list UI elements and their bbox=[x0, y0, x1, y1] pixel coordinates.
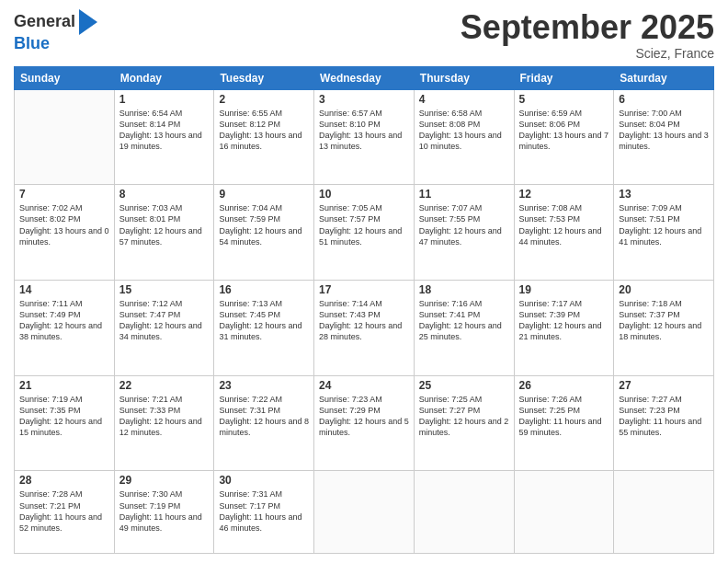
day-number: 5 bbox=[519, 93, 609, 106]
calendar-cell: 28Sunrise: 7:28 AMSunset: 7:21 PMDayligh… bbox=[15, 471, 115, 554]
calendar-cell: 8Sunrise: 7:03 AMSunset: 8:01 PMDaylight… bbox=[114, 185, 214, 281]
col-header-wednesday: Wednesday bbox=[314, 66, 415, 89]
calendar-cell: 29Sunrise: 7:30 AMSunset: 7:19 PMDayligh… bbox=[114, 471, 214, 554]
calendar-cell: 3Sunrise: 6:57 AMSunset: 8:10 PMDaylight… bbox=[314, 89, 415, 185]
cell-info: Sunrise: 7:31 AMSunset: 7:17 PMDaylight:… bbox=[219, 488, 309, 534]
cell-info: Sunrise: 7:04 AMSunset: 7:59 PMDaylight:… bbox=[219, 202, 309, 247]
cell-info: Sunrise: 7:14 AMSunset: 7:43 PMDaylight:… bbox=[319, 298, 409, 343]
cell-info: Sunrise: 7:30 AMSunset: 7:19 PMDaylight:… bbox=[119, 488, 210, 534]
calendar-cell: 5Sunrise: 6:59 AMSunset: 8:06 PMDaylight… bbox=[514, 89, 614, 185]
cell-info: Sunrise: 7:25 AMSunset: 7:27 PMDaylight:… bbox=[419, 394, 509, 439]
col-header-tuesday: Tuesday bbox=[214, 66, 314, 89]
day-number: 17 bbox=[319, 283, 409, 296]
title-area: September 2025 Sciez, France bbox=[461, 9, 714, 61]
cell-info: Sunrise: 7:18 AMSunset: 7:37 PMDaylight:… bbox=[619, 298, 709, 343]
calendar-cell: 21Sunrise: 7:19 AMSunset: 7:35 PMDayligh… bbox=[15, 375, 115, 471]
cell-info: Sunrise: 7:22 AMSunset: 7:31 PMDaylight:… bbox=[219, 394, 309, 439]
calendar-cell: 6Sunrise: 7:00 AMSunset: 8:04 PMDaylight… bbox=[614, 89, 714, 185]
calendar-cell: 27Sunrise: 7:27 AMSunset: 7:23 PMDayligh… bbox=[614, 375, 714, 471]
cell-info: Sunrise: 7:09 AMSunset: 7:51 PMDaylight:… bbox=[619, 202, 709, 247]
cell-info: Sunrise: 7:16 AMSunset: 7:41 PMDaylight:… bbox=[419, 298, 509, 343]
calendar-cell: 9Sunrise: 7:04 AMSunset: 7:59 PMDaylight… bbox=[214, 185, 314, 281]
cell-info: Sunrise: 6:55 AMSunset: 8:12 PMDaylight:… bbox=[219, 108, 309, 153]
calendar-cell: 19Sunrise: 7:17 AMSunset: 7:39 PMDayligh… bbox=[514, 281, 614, 376]
day-number: 19 bbox=[519, 283, 609, 296]
day-number: 1 bbox=[119, 93, 210, 106]
col-header-sunday: Sunday bbox=[15, 66, 115, 89]
day-number: 20 bbox=[619, 283, 709, 296]
cell-info: Sunrise: 7:23 AMSunset: 7:29 PMDaylight:… bbox=[319, 394, 409, 439]
calendar-table: SundayMondayTuesdayWednesdayThursdayFrid… bbox=[14, 66, 714, 554]
cell-info: Sunrise: 7:28 AMSunset: 7:21 PMDaylight:… bbox=[19, 488, 109, 534]
col-header-friday: Friday bbox=[514, 66, 614, 89]
week-row-1: 1Sunrise: 6:54 AMSunset: 8:14 PMDaylight… bbox=[15, 89, 714, 185]
calendar-cell: 30Sunrise: 7:31 AMSunset: 7:17 PMDayligh… bbox=[214, 471, 314, 554]
calendar-cell: 25Sunrise: 7:25 AMSunset: 7:27 PMDayligh… bbox=[414, 375, 514, 471]
day-number: 28 bbox=[19, 474, 109, 487]
calendar-cell: 11Sunrise: 7:07 AMSunset: 7:55 PMDayligh… bbox=[414, 185, 514, 281]
calendar-cell bbox=[314, 471, 415, 554]
cell-info: Sunrise: 6:54 AMSunset: 8:14 PMDaylight:… bbox=[119, 108, 210, 153]
day-number: 29 bbox=[119, 474, 210, 487]
col-header-thursday: Thursday bbox=[414, 66, 514, 89]
day-number: 9 bbox=[219, 188, 309, 201]
day-number: 22 bbox=[119, 379, 210, 392]
calendar-cell: 4Sunrise: 6:58 AMSunset: 8:08 PMDaylight… bbox=[414, 89, 514, 185]
day-number: 4 bbox=[419, 93, 509, 106]
calendar-cell: 22Sunrise: 7:21 AMSunset: 7:33 PMDayligh… bbox=[114, 375, 214, 471]
cell-info: Sunrise: 6:58 AMSunset: 8:08 PMDaylight:… bbox=[419, 108, 509, 153]
day-number: 13 bbox=[619, 188, 709, 201]
calendar-cell: 16Sunrise: 7:13 AMSunset: 7:45 PMDayligh… bbox=[214, 281, 314, 376]
header-row: SundayMondayTuesdayWednesdayThursdayFrid… bbox=[15, 66, 714, 89]
day-number: 6 bbox=[619, 93, 709, 106]
day-number: 7 bbox=[19, 188, 109, 201]
day-number: 10 bbox=[319, 188, 409, 201]
svg-marker-0 bbox=[79, 9, 97, 35]
cell-info: Sunrise: 7:13 AMSunset: 7:45 PMDaylight:… bbox=[219, 298, 309, 343]
day-number: 2 bbox=[219, 93, 309, 106]
calendar-cell bbox=[514, 471, 614, 554]
cell-info: Sunrise: 7:19 AMSunset: 7:35 PMDaylight:… bbox=[19, 394, 109, 439]
calendar-cell: 1Sunrise: 6:54 AMSunset: 8:14 PMDaylight… bbox=[114, 89, 214, 185]
header: General Blue September 2025 Sciez, Franc… bbox=[14, 9, 714, 61]
day-number: 16 bbox=[219, 283, 309, 296]
week-row-2: 7Sunrise: 7:02 AMSunset: 8:02 PMDaylight… bbox=[15, 185, 714, 281]
day-number: 14 bbox=[19, 283, 109, 296]
week-row-4: 21Sunrise: 7:19 AMSunset: 7:35 PMDayligh… bbox=[15, 375, 714, 471]
cell-info: Sunrise: 7:11 AMSunset: 7:49 PMDaylight:… bbox=[19, 298, 109, 343]
day-number: 15 bbox=[119, 283, 210, 296]
week-row-5: 28Sunrise: 7:28 AMSunset: 7:21 PMDayligh… bbox=[15, 471, 714, 554]
cell-info: Sunrise: 7:21 AMSunset: 7:33 PMDaylight:… bbox=[119, 394, 210, 439]
calendar-cell: 7Sunrise: 7:02 AMSunset: 8:02 PMDaylight… bbox=[15, 185, 115, 281]
cell-info: Sunrise: 7:07 AMSunset: 7:55 PMDaylight:… bbox=[419, 202, 509, 247]
calendar-cell: 2Sunrise: 6:55 AMSunset: 8:12 PMDaylight… bbox=[214, 89, 314, 185]
location: Sciez, France bbox=[461, 46, 714, 61]
calendar-cell: 24Sunrise: 7:23 AMSunset: 7:29 PMDayligh… bbox=[314, 375, 415, 471]
day-number: 24 bbox=[319, 379, 409, 392]
cell-info: Sunrise: 7:03 AMSunset: 8:01 PMDaylight:… bbox=[119, 202, 210, 247]
calendar-cell bbox=[414, 471, 514, 554]
logo-blue: Blue bbox=[14, 34, 50, 52]
page: General Blue September 2025 Sciez, Franc… bbox=[0, 0, 728, 563]
logo-general: General bbox=[14, 13, 75, 31]
logo: General Blue bbox=[14, 9, 97, 53]
day-number: 26 bbox=[519, 379, 609, 392]
cell-info: Sunrise: 7:27 AMSunset: 7:23 PMDaylight:… bbox=[619, 394, 709, 439]
day-number: 30 bbox=[219, 474, 309, 487]
logo-icon bbox=[77, 9, 97, 35]
cell-info: Sunrise: 6:57 AMSunset: 8:10 PMDaylight:… bbox=[319, 108, 409, 153]
cell-info: Sunrise: 7:26 AMSunset: 7:25 PMDaylight:… bbox=[519, 394, 609, 439]
calendar-cell: 15Sunrise: 7:12 AMSunset: 7:47 PMDayligh… bbox=[114, 281, 214, 376]
col-header-saturday: Saturday bbox=[614, 66, 714, 89]
cell-info: Sunrise: 7:02 AMSunset: 8:02 PMDaylight:… bbox=[19, 202, 109, 247]
calendar-cell bbox=[15, 89, 115, 185]
day-number: 21 bbox=[19, 379, 109, 392]
cell-info: Sunrise: 7:08 AMSunset: 7:53 PMDaylight:… bbox=[519, 202, 609, 247]
cell-info: Sunrise: 7:12 AMSunset: 7:47 PMDaylight:… bbox=[119, 298, 210, 343]
calendar-cell: 20Sunrise: 7:18 AMSunset: 7:37 PMDayligh… bbox=[614, 281, 714, 376]
cell-info: Sunrise: 7:05 AMSunset: 7:57 PMDaylight:… bbox=[319, 202, 409, 247]
calendar-cell: 26Sunrise: 7:26 AMSunset: 7:25 PMDayligh… bbox=[514, 375, 614, 471]
calendar-cell bbox=[614, 471, 714, 554]
cell-info: Sunrise: 7:17 AMSunset: 7:39 PMDaylight:… bbox=[519, 298, 609, 343]
day-number: 3 bbox=[319, 93, 409, 106]
